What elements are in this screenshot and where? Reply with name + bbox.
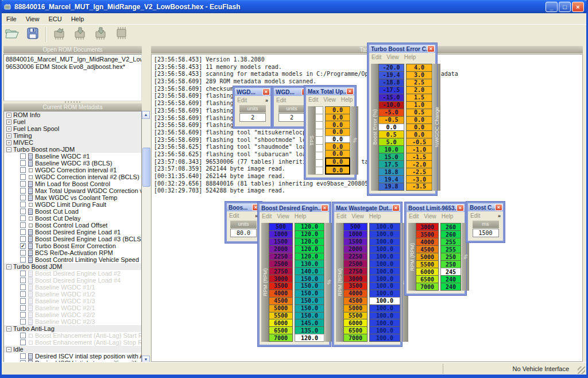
value-cell[interactable]: 0.0 [325, 150, 350, 158]
value-cell[interactable]: 120.0 [295, 238, 324, 246]
item-checkbox[interactable] [20, 250, 26, 256]
axis-cell[interactable]: 2500 [343, 260, 368, 268]
axis-cell[interactable]: 4000 [416, 238, 439, 246]
item-checkbox[interactable] [20, 353, 26, 359]
axis-cell[interactable] [315, 136, 323, 144]
axis-cell[interactable]: 7000 [269, 334, 293, 342]
tree-item-label[interactable]: Boost Desired Engine Load #2 [35, 270, 121, 277]
scroll-up-button[interactable]: ▲ [142, 111, 150, 119]
window-title-bar[interactable]: Boos...× [227, 203, 260, 211]
axis-cell[interactable] [315, 159, 323, 167]
value-cell[interactable]: 0.0 [325, 136, 350, 144]
scalar-value-cell[interactable]: 1500 [473, 229, 499, 237]
axis-cell[interactable]: 3000 [343, 275, 368, 283]
resize-grip[interactable] [578, 367, 585, 374]
axis-cell[interactable]: 4500 [269, 297, 293, 305]
value-cell[interactable]: -3.5 [406, 183, 432, 191]
value-cell[interactable]: 260 [440, 223, 461, 231]
axis-cell[interactable]: 4000 [269, 290, 293, 298]
tree-item-label[interactable]: Baseline WGDC #2/3 [35, 318, 95, 325]
axis-cell[interactable]: 1000 [269, 230, 293, 238]
value-cell[interactable]: 1.0 [406, 101, 432, 109]
value-cell[interactable]: 150.0 [295, 297, 324, 305]
maximize-button[interactable]: □ [559, 2, 571, 12]
axis-cell[interactable]: 6500 [416, 275, 439, 283]
axis-cell[interactable]: 18.8 [378, 168, 404, 176]
tree-item-label[interactable]: Turbo Anti-Lag [13, 325, 55, 332]
tree-item-label[interactable]: Boost Enhancement (Anti-Lag) Start RPM [35, 332, 141, 339]
menu-help[interactable]: Help [442, 213, 454, 219]
value-cell[interactable]: 100.0 [369, 253, 400, 261]
rom-document-item[interactable]: 88840016_Marcel_MUT_Ign_MidRange_V2_LowB… [4, 56, 141, 63]
item-checkbox[interactable] [20, 305, 26, 311]
axis-cell[interactable]: -5.0 [378, 109, 404, 117]
axis-cell[interactable]: 19.8 [378, 183, 404, 191]
menu-view[interactable]: View [323, 97, 336, 103]
value-cell[interactable]: 100.0 [369, 326, 400, 334]
axis-cell[interactable]: -19.4 [378, 71, 404, 79]
collapse-icon[interactable]: − [6, 347, 11, 352]
value-cell[interactable]: 240 [440, 275, 461, 283]
tree-item-label[interactable]: Baseline WGDC #1/1 [35, 284, 95, 291]
scalar-value-cell[interactable]: 80.0 [230, 229, 257, 237]
value-cell[interactable]: -1.5 [406, 153, 432, 161]
axis-cell[interactable]: 500 [343, 223, 368, 231]
tree-group-row[interactable]: +Fuel Lean Spool [4, 125, 141, 132]
item-checkbox[interactable] [20, 291, 26, 297]
value-cell[interactable]: 0.0 [325, 128, 350, 136]
close-icon[interactable]: × [457, 205, 464, 211]
scroll-thumb[interactable] [142, 148, 150, 187]
window-title-bar[interactable]: WGD...× [235, 88, 270, 96]
open-rom-documents-header[interactable]: Open ROM Documents [3, 46, 142, 53]
value-cell[interactable]: 100.0 [369, 282, 400, 290]
tree-item-row[interactable]: Boost Enhancement (Anti-Lag) Start RPM [4, 332, 141, 339]
tree-item-row[interactable]: Boost Desired Engine Load #1 [4, 229, 141, 236]
tree-item-row[interactable]: Boost Desired Engine Load #3 (BCLS) [4, 236, 141, 242]
axis-cell[interactable]: 5500 [416, 260, 439, 268]
value-cell[interactable]: 135.0 [295, 326, 324, 334]
tree-item-label[interactable]: Timing [13, 132, 32, 139]
tree-item-row[interactable]: Baseline WGDC #1/1 [4, 284, 141, 291]
tree-item-label[interactable]: WGDC Correction interval #1 [35, 167, 117, 173]
tree-group-row[interactable]: −Turbo Boost non-JDM [4, 146, 141, 153]
menu-help[interactable]: Help [67, 14, 89, 24]
tree-item-row[interactable]: Boost Cut Delay [4, 215, 141, 222]
tree-item-row[interactable]: ✓Turbo Boost Error Correction [4, 242, 141, 249]
close-icon[interactable]: × [392, 205, 400, 211]
axis-cell[interactable]: 7000 [416, 283, 439, 291]
axis-cell[interactable]: 5000 [269, 304, 293, 313]
value-cell[interactable]: 0.0 [325, 114, 350, 122]
axis-cell[interactable] [315, 114, 323, 122]
item-checkbox[interactable] [20, 271, 26, 276]
axis-cell[interactable]: 7000 [343, 334, 368, 342]
axis-cell[interactable]: 6000 [416, 268, 439, 276]
rom-document-item[interactable]: 96530006 EDM Stock Evo8_adjboost.hex* [4, 63, 141, 71]
axis-cell[interactable]: 1500 [343, 238, 368, 246]
value-cell[interactable]: 150.0 [295, 312, 324, 320]
value-cell[interactable]: -1.0 [406, 145, 432, 153]
value-cell[interactable]: 100.0 [369, 260, 400, 268]
tree-group-row[interactable]: −Idle [4, 346, 141, 353]
value-cell[interactable]: 0.0 [406, 124, 432, 132]
axis-cell[interactable]: 3000 [269, 275, 293, 283]
axis-cell[interactable]: -20.0 [378, 64, 404, 72]
value-cell[interactable]: 150.0 [295, 282, 324, 290]
reflash-ecu-button[interactable] [111, 26, 131, 43]
value-cell[interactable]: 100.0 [369, 290, 400, 298]
splitter-grip[interactable] [65, 101, 82, 103]
title-bar[interactable]: 88840016_Marcel_MUT_Ign_MidRange_V2_LowB… [0, 0, 588, 13]
value-cell[interactable]: 0.0 [406, 116, 432, 124]
value-cell[interactable]: 260 [440, 230, 461, 238]
axis-cell[interactable]: 6000 [269, 319, 293, 327]
item-checkbox[interactable] [20, 174, 26, 180]
tree-item-row[interactable]: Baseline WGDC #1/3 [4, 298, 141, 304]
value-cell[interactable]: 150.0 [295, 290, 324, 298]
axis-cell[interactable]: 5500 [269, 312, 293, 320]
expand-icon[interactable]: + [6, 133, 11, 138]
expand-icon[interactable]: + [6, 126, 11, 132]
value-cell[interactable]: 0.0 [406, 130, 432, 138]
value-cell[interactable]: 120.0 [295, 230, 324, 238]
tree-item-row[interactable]: Max Total Upward WGDC Correction vs TPS [4, 187, 141, 194]
tree-item-label[interactable]: Boost Enhancement (Anti-Lag) Stop RPM [35, 339, 141, 346]
axis-cell[interactable]: 2750 [343, 267, 368, 275]
